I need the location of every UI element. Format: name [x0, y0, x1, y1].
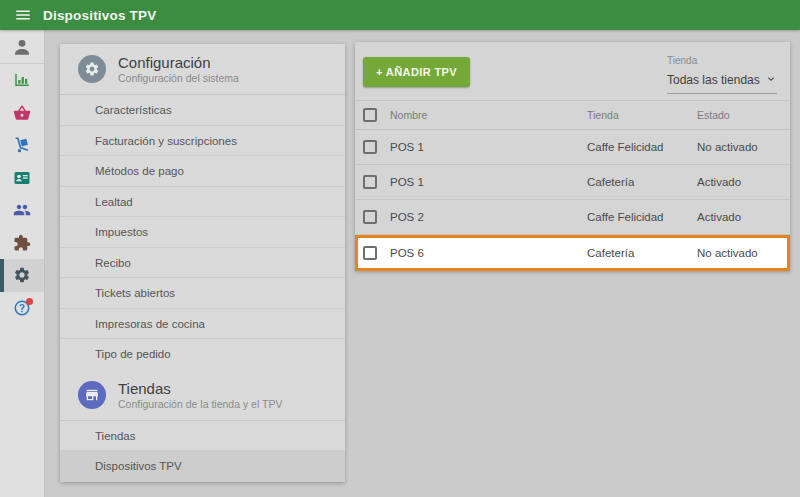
chevron-down-icon — [765, 71, 777, 89]
menu-hamburger-icon[interactable] — [0, 0, 45, 30]
cell-tienda: Cafetería — [587, 247, 697, 259]
device-table-body: POS 1Caffe FelicidadNo activadoPOS 1Cafe… — [355, 130, 790, 271]
store-circle-icon — [78, 381, 106, 409]
cell-nombre: POS 6 — [390, 247, 587, 259]
table-header-row: Nombre Tienda Estado — [355, 100, 790, 130]
bar-chart-icon — [13, 71, 31, 89]
settings-menu-card: Configuración Configuración del sistema … — [60, 44, 345, 482]
cell-estado: No activado — [697, 141, 790, 153]
table-row[interactable]: POS 2Caffe FelicidadActivado — [355, 200, 790, 235]
account-icon — [12, 37, 32, 57]
rail-item-reports[interactable] — [0, 64, 44, 97]
cell-nombre: POS 1 — [390, 176, 587, 188]
section-header-configuracion: Configuración Configuración del sistema — [60, 44, 345, 95]
row-checkbox[interactable] — [363, 246, 377, 260]
notification-dot — [26, 298, 33, 305]
menu-item-tiendas[interactable]: Tiendas — [60, 421, 345, 452]
hand-truck-icon — [13, 136, 31, 154]
table-row-highlighted[interactable]: POS 6CafeteríaNo activado — [355, 235, 790, 271]
store-filter-label: Tienda — [667, 55, 777, 66]
menu-item-impresoras-de-cocina[interactable]: Impresoras de cocina — [60, 309, 345, 340]
top-app-bar: Dispositivos TPV — [0, 0, 800, 30]
rail-item-settings[interactable] — [0, 259, 44, 292]
devices-toolbar: + AÑADIR TPV Tienda Todas las tiendas — [355, 42, 790, 100]
rail-item-items[interactable] — [0, 97, 44, 130]
contact-card-icon — [13, 169, 31, 187]
store-filter-select[interactable]: Tienda Todas las tiendas — [667, 55, 777, 94]
cell-estado: Activado — [697, 211, 790, 223]
row-checkbox[interactable] — [363, 175, 377, 189]
app-window: Dispositivos TPV — [0, 0, 800, 497]
rail-item-apps[interactable] — [0, 227, 44, 260]
menu-item-tipo-de-pedido[interactable]: Tipo de pedido — [60, 339, 345, 370]
column-header-nombre: Nombre — [390, 109, 587, 121]
cell-estado: Activado — [697, 176, 790, 188]
rail-item-help[interactable] — [0, 292, 44, 325]
rail-item-employees[interactable] — [0, 194, 44, 227]
puzzle-icon — [13, 234, 31, 252]
menu-item-caracteristicas[interactable]: Características — [60, 95, 345, 126]
rail-item-inventory[interactable] — [0, 129, 44, 162]
section-subtitle: Configuración del sistema — [118, 72, 239, 84]
section-title: Configuración — [118, 54, 239, 71]
section-title: Tiendas — [118, 380, 282, 397]
gear-circle-icon — [78, 55, 106, 83]
cell-estado: No activado — [697, 247, 787, 259]
configuracion-item-list: CaracterísticasFacturación y suscripcion… — [60, 95, 345, 370]
table-row[interactable]: POS 1Caffe FelicidadNo activado — [355, 130, 790, 165]
select-all-checkbox[interactable] — [363, 108, 377, 122]
page-title: Dispositivos TPV — [43, 8, 156, 23]
column-header-estado: Estado — [697, 109, 790, 121]
table-row[interactable]: POS 1CafeteríaActivado — [355, 165, 790, 200]
row-checkbox[interactable] — [363, 210, 377, 224]
section-header-tiendas: Tiendas Configuración de la tienda y el … — [60, 370, 345, 421]
section-subtitle: Configuración de la tienda y el TPV — [118, 398, 282, 410]
menu-item-tickets-abiertos[interactable]: Tickets abiertos — [60, 278, 345, 309]
people-icon — [13, 201, 31, 219]
gear-icon — [13, 266, 31, 284]
row-checkbox[interactable] — [363, 140, 377, 154]
menu-item-facturacion-y-suscripciones[interactable]: Facturación y suscripciones — [60, 126, 345, 157]
menu-item-dispositivos-tpv[interactable]: Dispositivos TPV — [60, 451, 345, 482]
menu-item-metodos-de-pago[interactable]: Métodos de pago — [60, 156, 345, 187]
rail-item-profile[interactable] — [0, 30, 44, 63]
menu-item-impuestos[interactable]: Impuestos — [60, 217, 345, 248]
cell-nombre: POS 1 — [390, 141, 587, 153]
menu-item-recibo[interactable]: Recibo — [60, 248, 345, 279]
cell-tienda: Caffe Felicidad — [587, 211, 697, 223]
shopping-basket-icon — [13, 104, 31, 122]
cell-tienda: Caffe Felicidad — [587, 141, 697, 153]
devices-card: + AÑADIR TPV Tienda Todas las tiendas No… — [355, 42, 790, 271]
column-header-tienda: Tienda — [587, 109, 697, 121]
tiendas-item-list: TiendasDispositivos TPV — [60, 421, 345, 482]
add-tpv-button[interactable]: + AÑADIR TPV — [363, 57, 470, 87]
rail-item-customers[interactable] — [0, 162, 44, 195]
menu-item-lealtad[interactable]: Lealtad — [60, 187, 345, 218]
icon-rail — [0, 30, 45, 497]
cell-tienda: Cafetería — [587, 176, 697, 188]
cell-nombre: POS 2 — [390, 211, 587, 223]
store-filter-value: Todas las tiendas — [667, 73, 760, 87]
